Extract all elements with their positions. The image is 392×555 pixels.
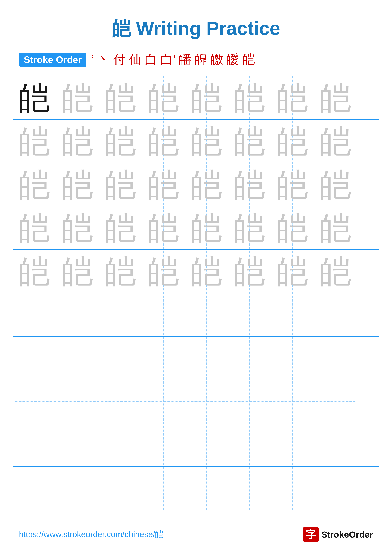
grid-cell-7-1[interactable] <box>13 336 56 380</box>
grid-cell-5-4[interactable]: 皑 <box>142 250 185 293</box>
grid-cell-2-1[interactable]: 皑 <box>13 120 56 163</box>
grid-cell-10-8[interactable] <box>314 467 357 510</box>
grid-cell-6-3[interactable] <box>99 293 142 336</box>
grid-cell-9-8[interactable] <box>314 423 357 466</box>
grid-cell-7-2[interactable] <box>56 336 99 380</box>
grid-cell-5-8[interactable]: 皑 <box>314 250 357 293</box>
char-light: 皑 <box>105 82 136 114</box>
grid-cell-7-4[interactable] <box>142 336 185 380</box>
grid-cell-3-2[interactable]: 皑 <box>56 163 99 206</box>
grid-cell-2-3[interactable]: 皑 <box>99 120 142 163</box>
grid-cell-10-3[interactable] <box>99 467 142 510</box>
grid-cell-1-3[interactable]: 皑 <box>99 76 142 119</box>
grid-cell-8-8[interactable] <box>314 380 357 423</box>
grid-cell-9-3[interactable] <box>99 423 142 466</box>
grid-cell-2-8[interactable]: 皑 <box>314 120 357 163</box>
grid-cell-10-4[interactable] <box>142 467 185 510</box>
grid-cell-3-7[interactable]: 皑 <box>271 163 314 206</box>
grid-cell-6-7[interactable] <box>271 293 314 336</box>
grid-cell-3-1[interactable]: 皑 <box>13 163 56 206</box>
grid-cell-8-7[interactable] <box>271 380 314 423</box>
grid-cell-1-1[interactable]: 皑 <box>13 76 56 119</box>
grid-cell-3-5[interactable]: 皑 <box>185 163 228 206</box>
grid-cell-10-2[interactable] <box>56 467 99 510</box>
grid-cell-6-4[interactable] <box>142 293 185 336</box>
stroke-char-3: 付 <box>113 51 126 68</box>
grid-cell-6-5[interactable] <box>185 293 228 336</box>
grid-cell-3-8[interactable]: 皑 <box>314 163 357 206</box>
grid-cell-8-2[interactable] <box>56 380 99 423</box>
grid-cell-7-7[interactable] <box>271 336 314 380</box>
grid-cell-5-6[interactable]: 皑 <box>228 250 271 293</box>
title-text: Writing Practice <box>136 18 280 39</box>
grid-cell-7-6[interactable] <box>228 336 271 380</box>
footer-url[interactable]: https://www.strokeorder.com/chinese/皑 <box>19 529 163 540</box>
grid-cell-1-2[interactable]: 皑 <box>56 76 99 119</box>
stroke-char-10: 皧 <box>227 51 239 68</box>
grid-cell-8-3[interactable] <box>99 380 142 423</box>
grid-cell-5-5[interactable]: 皑 <box>185 250 228 293</box>
grid-cell-10-7[interactable] <box>271 467 314 510</box>
grid-cell-4-8[interactable]: 皑 <box>314 206 357 249</box>
char-light: 皑 <box>234 82 265 114</box>
logo-icon: 字 <box>303 526 319 542</box>
grid-cell-3-4[interactable]: 皑 <box>142 163 185 206</box>
grid-cell-4-2[interactable]: 皑 <box>56 206 99 249</box>
grid-cell-1-5[interactable]: 皑 <box>185 76 228 119</box>
char-light: 皑 <box>277 82 308 114</box>
grid-cell-6-2[interactable] <box>56 293 99 336</box>
grid-cell-4-5[interactable]: 皑 <box>185 206 228 249</box>
grid-cell-4-6[interactable]: 皑 <box>228 206 271 249</box>
grid-cell-5-1[interactable]: 皑 <box>13 250 56 293</box>
grid-cell-9-7[interactable] <box>271 423 314 466</box>
grid-row-4: 皑 皑 皑 皑 皑 皑 皑 皑 <box>13 206 379 250</box>
grid-cell-6-8[interactable] <box>314 293 357 336</box>
stroke-char-2: 丶 <box>97 51 110 68</box>
grid-cell-10-6[interactable] <box>228 467 271 510</box>
grid-cell-3-6[interactable]: 皑 <box>228 163 271 206</box>
grid-cell-2-6[interactable]: 皑 <box>228 120 271 163</box>
grid-cell-1-4[interactable]: 皑 <box>142 76 185 119</box>
grid-cell-4-7[interactable]: 皑 <box>271 206 314 249</box>
grid-cell-1-7[interactable]: 皑 <box>271 76 314 119</box>
grid-cell-1-6[interactable]: 皑 <box>228 76 271 119</box>
grid-cell-1-8[interactable]: 皑 <box>314 76 357 119</box>
grid-cell-7-5[interactable] <box>185 336 228 380</box>
grid-cell-4-3[interactable]: 皑 <box>99 206 142 249</box>
grid-cell-8-4[interactable] <box>142 380 185 423</box>
grid-cell-2-2[interactable]: 皑 <box>56 120 99 163</box>
grid-cell-9-2[interactable] <box>56 423 99 466</box>
grid-row-6 <box>13 293 379 336</box>
stroke-char-1: ’ <box>91 52 94 67</box>
grid-cell-4-1[interactable]: 皑 <box>13 206 56 249</box>
grid-cell-5-2[interactable]: 皑 <box>56 250 99 293</box>
grid-cell-9-6[interactable] <box>228 423 271 466</box>
grid-cell-9-5[interactable] <box>185 423 228 466</box>
grid-cell-7-3[interactable] <box>99 336 142 380</box>
grid-cell-3-3[interactable]: 皑 <box>99 163 142 206</box>
page-title: 皑 Writing Practice <box>0 0 392 42</box>
grid-row-8 <box>13 380 379 423</box>
grid-cell-6-1[interactable] <box>13 293 56 336</box>
grid-cell-8-5[interactable] <box>185 380 228 423</box>
grid-cell-2-7[interactable]: 皑 <box>271 120 314 163</box>
grid-cell-4-4[interactable]: 皑 <box>142 206 185 249</box>
grid-cell-5-3[interactable]: 皑 <box>99 250 142 293</box>
grid-cell-7-8[interactable] <box>314 336 357 380</box>
grid-cell-2-4[interactable]: 皑 <box>142 120 185 163</box>
grid-cell-9-1[interactable] <box>13 423 56 466</box>
stroke-char-4: 仙 <box>129 51 142 68</box>
grid-cell-10-5[interactable] <box>185 467 228 510</box>
grid-cell-9-4[interactable] <box>142 423 185 466</box>
grid-cell-5-7[interactable]: 皑 <box>271 250 314 293</box>
grid-cell-6-6[interactable] <box>228 293 271 336</box>
grid-cell-8-6[interactable] <box>228 380 271 423</box>
grid-cell-8-1[interactable] <box>13 380 56 423</box>
char-light: 皑 <box>62 82 93 114</box>
footer: https://www.strokeorder.com/chinese/皑 字 … <box>0 526 392 542</box>
grid-cell-10-1[interactable] <box>13 467 56 510</box>
grid-row-2: 皑 皑 皑 皑 皑 皑 皑 皑 <box>13 120 379 163</box>
grid-cell-2-5[interactable]: 皑 <box>185 120 228 163</box>
char-light: 皑 <box>148 82 179 114</box>
title-char: 皑 <box>112 18 131 39</box>
